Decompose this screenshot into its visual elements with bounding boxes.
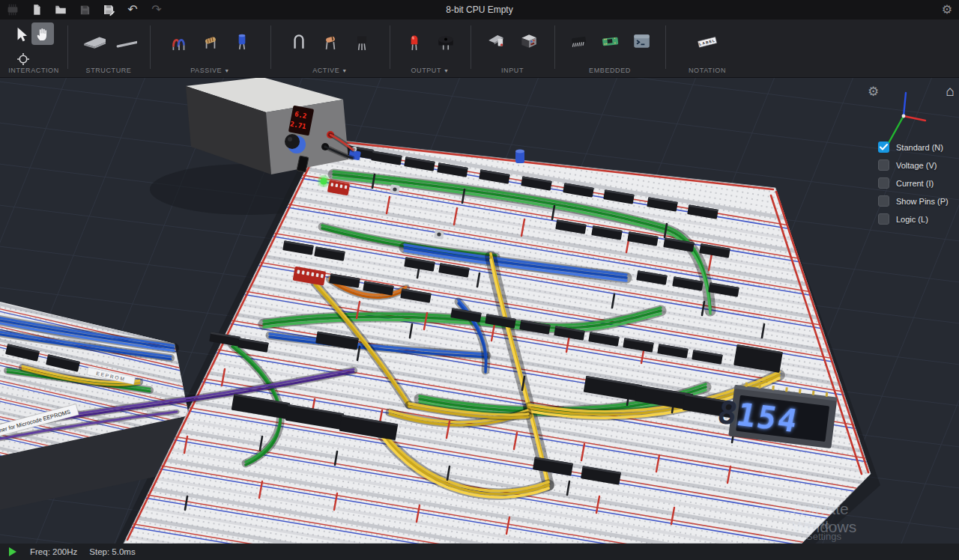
checkbox-label: Current (I) bbox=[896, 179, 934, 188]
sim-frequency: Freq: 200Hz bbox=[30, 547, 77, 556]
checkbox-label: Voltage (V) bbox=[896, 161, 937, 170]
toolbar-group-label: INTERACTION bbox=[0, 67, 67, 74]
toolbar-group-label: EMBEDDED bbox=[554, 67, 665, 74]
toolbar-group-passive: PASSIVE ▼ bbox=[150, 19, 270, 77]
toolbar-group-label: STRUCTURE bbox=[67, 67, 150, 74]
undo-icon[interactable]: ↶ bbox=[124, 1, 141, 18]
viewport-gear-icon[interactable]: ⚙ bbox=[868, 84, 879, 100]
tool-buzzer-icon[interactable] bbox=[433, 28, 459, 54]
checkbox-row-voltage[interactable]: Voltage (V) bbox=[878, 159, 949, 171]
toolbar-group-input: INPUT bbox=[471, 19, 554, 77]
checkbox-checked[interactable] bbox=[878, 141, 889, 153]
checkbox-label: Logic (L) bbox=[896, 215, 928, 224]
settings-gear-icon[interactable]: ⚙ bbox=[940, 1, 955, 16]
tool-mcu-board-icon[interactable] bbox=[597, 28, 623, 54]
tool-transistor-icon[interactable] bbox=[349, 28, 375, 54]
toolbar-group-label[interactable]: OUTPUT ▼ bbox=[390, 67, 471, 74]
checkbox-unchecked[interactable] bbox=[878, 213, 889, 225]
checkbox-row-current[interactable]: Current (I) bbox=[878, 177, 949, 189]
checkbox-unchecked[interactable] bbox=[878, 177, 889, 189]
toolbar-group-label[interactable]: ACTIVE ▼ bbox=[270, 67, 390, 74]
checkbox-label: Standard (N) bbox=[896, 143, 943, 152]
redo-icon[interactable]: ↷ bbox=[148, 1, 165, 18]
scene-render[interactable]: 6.2 2.71 8 154 EEPROM mer for Microcode … bbox=[0, 77, 959, 544]
app-logo-chip-icon bbox=[4, 1, 21, 18]
tool-label-tag-icon[interactable]: LABEL bbox=[695, 28, 720, 54]
checkbox-label: Show Pins (P) bbox=[896, 197, 949, 206]
tool-power-supply-icon[interactable] bbox=[515, 28, 541, 54]
tool-terminal-icon[interactable] bbox=[629, 28, 654, 54]
checkbox-unchecked[interactable] bbox=[878, 195, 889, 207]
tool-rod-icon[interactable] bbox=[112, 28, 137, 54]
checkbox-row-standard[interactable]: Standard (N) bbox=[878, 141, 949, 153]
new-file-icon[interactable] bbox=[28, 1, 45, 18]
tool-jumper-wires-icon[interactable] bbox=[166, 28, 192, 54]
tool-pan-hand-icon[interactable] bbox=[31, 22, 54, 45]
open-folder-icon[interactable] bbox=[52, 1, 69, 18]
tool-breadboard-icon[interactable] bbox=[80, 28, 106, 54]
toolbar-group-label: INPUT bbox=[471, 67, 554, 74]
tool-dip-chip-icon[interactable] bbox=[566, 28, 591, 54]
scene-3d-viewport[interactable]: 6.2 2.71 8 154 EEPROM mer for Microcode … bbox=[0, 77, 959, 544]
sim-step: Step: 5.0ms bbox=[89, 547, 135, 556]
toolbar-group-active: ACTIVE ▼ bbox=[270, 19, 390, 77]
tool-bent-wire-icon[interactable] bbox=[286, 28, 312, 54]
toolbar-group-output: OUTPUT ▼ bbox=[390, 19, 471, 77]
svg-text:154: 154 bbox=[733, 396, 802, 439]
render-mode-checkboxes: Standard (N)Voltage (V)Current (I)Show P… bbox=[878, 141, 949, 225]
toolbar-group-structure: STRUCTURE bbox=[67, 19, 150, 77]
tool-cursor-icon[interactable] bbox=[10, 24, 33, 46]
toolbar-group-embedded: EMBEDDED bbox=[554, 19, 665, 77]
toolbar-group-interaction: INTERACTION bbox=[0, 19, 67, 77]
tool-resistor-icon[interactable] bbox=[198, 28, 223, 54]
simulation-status-bar: Freq: 200Hz Step: 5.0ms bbox=[0, 544, 959, 560]
play-icon[interactable] bbox=[9, 547, 16, 556]
title-bar: ↶↷ 8-bit CPU Empty ⚙ bbox=[0, 0, 959, 19]
toolbar-group-label: NOTATION bbox=[665, 67, 749, 74]
save-icon[interactable] bbox=[76, 1, 93, 18]
save-as-icon[interactable] bbox=[100, 1, 117, 18]
checkbox-row-logic[interactable]: Logic (L) bbox=[878, 213, 949, 225]
checkbox-row-show[interactable]: Show Pins (P) bbox=[878, 195, 949, 207]
home-view-icon[interactable]: ⌂ bbox=[946, 83, 955, 100]
tool-led-icon[interactable] bbox=[402, 28, 427, 54]
tool-diode-icon[interactable] bbox=[318, 28, 343, 54]
checkbox-unchecked[interactable] bbox=[878, 159, 889, 171]
component-toolbar: INTERACTIONSTRUCTUREPASSIVE ▼ACTIVE ▼OUT… bbox=[0, 19, 959, 78]
toolbar-group-notation: LABELNOTATION bbox=[665, 19, 749, 77]
tool-capacitor-icon[interactable] bbox=[229, 28, 255, 54]
tool-switch-icon[interactable] bbox=[484, 28, 509, 54]
toolbar-group-label[interactable]: PASSIVE ▼ bbox=[150, 67, 270, 74]
